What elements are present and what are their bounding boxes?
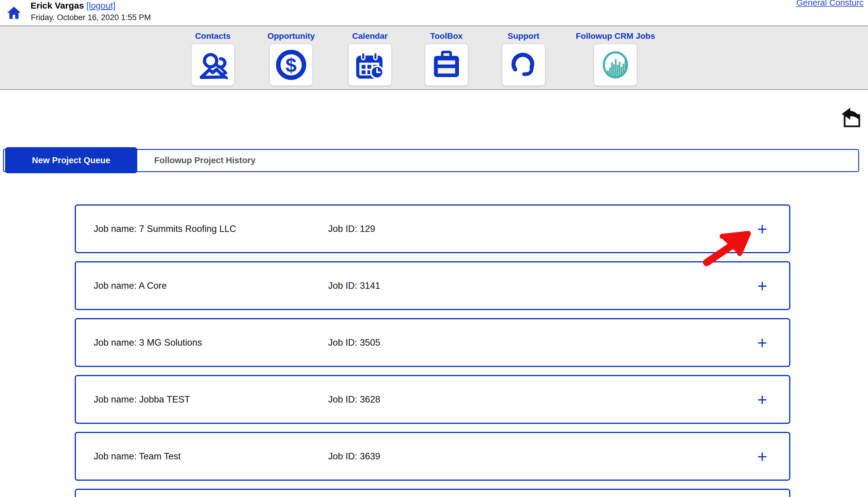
tab-new-project-queue[interactable]: New Project Queue: [5, 147, 137, 173]
back-button[interactable]: [840, 106, 862, 131]
equalizer-circle-icon: [600, 49, 631, 80]
job-name: Job name: 3 MG Solutions: [94, 319, 202, 366]
nav-card[interactable]: [349, 44, 391, 86]
job-id: Job ID: 129: [328, 205, 375, 252]
job-id: Job ID: 3628: [328, 376, 380, 423]
dollar-circle-icon: $: [276, 49, 306, 80]
add-job-button-row-4[interactable]: +: [757, 376, 767, 423]
nav-card[interactable]: [425, 44, 468, 86]
nav-item-contacts[interactable]: Contacts: [171, 26, 254, 86]
add-job-button-row-1[interactable]: +: [757, 205, 767, 252]
current-datetime: Friday. October 16, 2020 1:55 PM: [31, 13, 151, 22]
job-id: Job ID: 3639: [328, 433, 380, 480]
tab-followup-project-history[interactable]: Followup Project History: [139, 147, 271, 173]
nav-label: Support: [482, 31, 565, 41]
nav-label: Calendar: [329, 31, 412, 41]
add-job-button-row-5[interactable]: +: [757, 433, 767, 480]
nav-item-opportunity[interactable]: Opportunity $: [250, 26, 333, 86]
job-row[interactable]: Job name: 3 MG Solutions Job ID: 3505 +: [75, 318, 790, 367]
nav-card[interactable]: [502, 44, 545, 86]
headset-icon: [508, 49, 539, 80]
nav-label: Contacts: [171, 31, 254, 41]
job-id: Job ID: 3505: [328, 319, 380, 366]
job-row[interactable]: Job name: Jobba TEST Job ID: 3628 +: [75, 375, 790, 424]
nav-card[interactable]: [594, 44, 637, 86]
add-job-button-row-3[interactable]: +: [757, 319, 767, 366]
home-button[interactable]: [6, 5, 21, 20]
job-name: Job name: A Core: [94, 262, 167, 309]
job-name: Job name: Team Test: [94, 433, 181, 480]
nav-item-toolbox[interactable]: ToolBox: [405, 26, 488, 86]
home-icon: [6, 5, 21, 20]
job-row[interactable]: Job name: Team Test Job ID: 3639 +: [75, 432, 790, 481]
briefcase-icon: [431, 49, 462, 80]
svg-text:$: $: [286, 54, 297, 76]
nav-label: Followup CRM Jobs: [574, 31, 657, 41]
user-name: Erick Vargas: [30, 1, 84, 10]
job-id: Job ID: 3141: [328, 262, 380, 309]
job-row[interactable]: Job name: 7 Summits Roofing LLC Job ID: …: [75, 204, 790, 253]
nav-card[interactable]: $: [270, 44, 313, 86]
user-line: Erick Vargas[logout]: [30, 1, 115, 11]
nav-label: Opportunity: [250, 31, 333, 41]
logout-link[interactable]: [logout]: [86, 1, 115, 10]
nav-item-calendar[interactable]: Calendar: [329, 26, 412, 86]
contacts-icon: [197, 49, 228, 80]
reply-arrow-icon: [840, 106, 862, 131]
calendar-clock-icon: [355, 49, 385, 80]
add-job-button-row-2[interactable]: +: [757, 262, 767, 309]
job-name: Job name: Jobba TEST: [94, 376, 190, 423]
job-name: Job name: 7 Summits Roofing LLC: [94, 205, 236, 252]
nav-label: ToolBox: [405, 31, 488, 41]
nav-item-followup-crm-jobs[interactable]: Followup CRM Jobs: [574, 26, 657, 86]
nav-card[interactable]: [192, 44, 234, 86]
job-row[interactable]: [75, 489, 790, 497]
nav-item-support[interactable]: Support: [482, 26, 565, 86]
company-link[interactable]: General Consturc: [796, 0, 864, 8]
job-row[interactable]: Job name: A Core Job ID: 3141 +: [75, 261, 790, 310]
